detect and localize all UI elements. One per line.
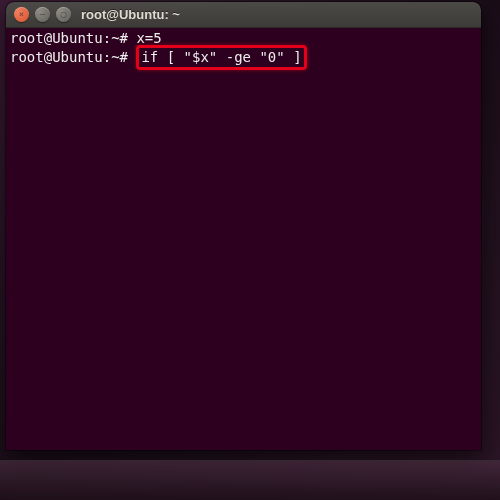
close-icon[interactable]: × [14, 7, 29, 22]
terminal-line: root@Ubuntu:~# if [ "$x" -ge "0" ] [10, 47, 477, 70]
command-text: x=5 [136, 30, 161, 46]
terminal-window: × – ▢ root@Ubuntu: ~ root@Ubuntu:~# x=5 … [6, 2, 481, 450]
maximize-icon[interactable]: ▢ [56, 7, 71, 22]
titlebar[interactable]: × – ▢ root@Ubuntu: ~ [6, 2, 481, 28]
prompt: root@Ubuntu:~# [10, 30, 136, 46]
terminal-body[interactable]: root@Ubuntu:~# x=5 root@Ubuntu:~# if [ "… [6, 28, 481, 450]
highlighted-command: if [ "$x" -ge "0" ] [136, 45, 306, 70]
desktop-taskbar[interactable] [0, 460, 500, 500]
window-controls: × – ▢ [14, 7, 71, 22]
minimize-icon[interactable]: – [35, 7, 50, 22]
window-title: root@Ubuntu: ~ [81, 7, 180, 22]
prompt: root@Ubuntu:~# [10, 49, 136, 65]
